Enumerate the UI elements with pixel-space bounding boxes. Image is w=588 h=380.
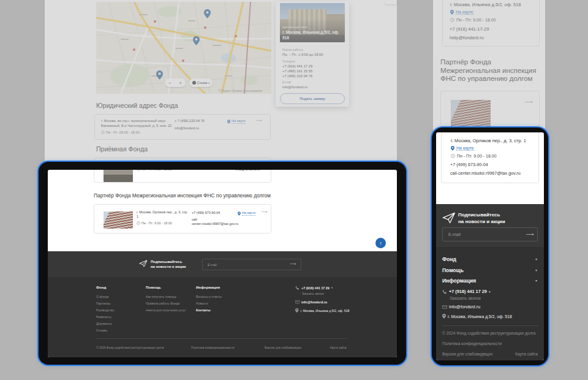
footer-email[interactable]: info@fondsrd.ru [295, 300, 327, 304]
clock-icon [451, 154, 455, 158]
background-mobile-page: г. Москва, Ильинка д.5/2, оф. 518 На кар… [433, 0, 545, 147]
office-photo-address: г. Москва, Ильинка д.5/2, оф. 518 [282, 30, 339, 40]
legal-address-title: Юридический адрес Фонда [96, 102, 178, 109]
reception-title: Приёмная Фонда [96, 145, 148, 153]
footer-link[interactable]: О фонде [96, 294, 114, 300]
office-email[interactable]: info@fondsrd.ru [282, 85, 307, 89]
footer-col-fond: Фонд О фонде Партнеры Руководство Реквиз… [96, 286, 114, 334]
sitemap-link[interactable]: Карта сайта [497, 352, 538, 356]
caret-down-icon: ▾ [331, 286, 333, 289]
footer-copyright: © 2024 Фонд содействия реструктуризации … [442, 331, 535, 335]
footer-link[interactable]: Анкета для получения услуг [146, 307, 186, 314]
office-phone-3[interactable]: +7 (495) 220 04 76 [282, 74, 312, 78]
layers-caret-icon: ▾ [208, 82, 209, 85]
footer-link[interactable]: Партнеры [96, 300, 114, 307]
subscribe-submit-arrow[interactable]: ⟶ [526, 231, 534, 237]
partner-map-link[interactable]: На карте [238, 211, 255, 216]
scroll-to-top-button[interactable]: ↑ [375, 238, 386, 248]
arrow-up-icon: ↑ [379, 240, 382, 246]
office-contact-card: Центральный офис г. Москва, Ильинка д.5/… [276, 1, 349, 107]
phone-icon [442, 289, 447, 294]
mobile-map-link[interactable]: На карте [450, 10, 473, 15]
partner-address: г. Москва, Орликов пер., д. 3, стр. 1 [137, 210, 188, 219]
footer-col-help: Помощь Как получить помощь Правила работ… [146, 286, 186, 314]
phone-footer-email[interactable]: info@fondsrd.ru [442, 304, 480, 310]
callback-link[interactable]: Заказать звонок [450, 296, 481, 300]
menu-item-info[interactable]: Информация [442, 278, 476, 284]
reception-card: Пн - Пт: 9.00 - 18.00 help@fondsrd.ru [94, 170, 271, 183]
subscribe-email-input[interactable]: E-mail ⟶ [442, 227, 538, 241]
footer-link[interactable]: Руководство [96, 307, 114, 314]
callback-link[interactable]: Заказать звонок [302, 292, 324, 295]
footer-col-title: Информация [196, 286, 222, 289]
tablet-partner-card: г. Москва, Орликов пер., д. 3, стр. 1 Пн… [94, 204, 271, 234]
subscribe-submit-arrow[interactable]: ⟶ [290, 262, 296, 267]
clock-icon [101, 131, 105, 134]
pin-icon [227, 120, 230, 124]
reception-building-photo [104, 170, 133, 182]
clock-icon [137, 221, 140, 225]
footer-col-info: Информация Вопросы и ответы Новости Конт… [196, 286, 222, 314]
mobile-address: г. Москва, Ильинка д.5/2, оф. 518 [450, 2, 521, 7]
footer-link[interactable]: Как получить помощь [146, 294, 186, 300]
tablet-screen: Пн - Пт: 9.00 - 18.00 help@fondsrd.ru Па… [48, 170, 397, 357]
accessibility-link[interactable]: Версии для слабовидящих [265, 346, 301, 349]
legal-phone[interactable]: + 7 (495) 220 04 76 [175, 119, 205, 123]
legal-card-arrow-icon[interactable]: ⟶ [255, 118, 262, 123]
map-layers-button[interactable]: Схема ▾ [189, 78, 213, 87]
caret-down-icon: ▾ [535, 278, 537, 283]
map-zoom-control[interactable]: − + [165, 78, 186, 87]
footer-link[interactable]: Правила работы Фонда [146, 300, 186, 307]
menu-item-fond[interactable]: Фонд [442, 256, 456, 262]
legal-map-link[interactable]: На карте [227, 120, 246, 124]
privacy-link[interactable]: Политика конфиденциальности [191, 346, 235, 349]
office-photo: Центральный офис г. Москва, Ильинка д.5/… [280, 3, 345, 42]
partner-card-arrow-icon[interactable]: ⟶ [525, 99, 533, 105]
partner-phone[interactable]: +7 (499) 673-90-04 [192, 211, 220, 215]
partner-hours: Пн - Пт: 9.00 - 18.00 [137, 221, 172, 225]
envelope-icon [295, 300, 300, 304]
partner-building-photo [104, 211, 133, 229]
partner-email[interactable]: call- center.miudol.r9967@tax.gov.ru [192, 218, 238, 226]
phone-card-hours: Пн - Пт: 9.00 - 18.00 [451, 154, 497, 158]
submit-request-button[interactable]: Подать заявку [280, 93, 345, 104]
footer-link[interactable]: Вопросы и ответы [196, 294, 222, 300]
footer-link-active[interactable]: Контакты [196, 307, 222, 314]
accessibility-link[interactable]: Версия для слабовидящих [442, 352, 492, 356]
footer-link[interactable]: Реквизиты [96, 314, 114, 321]
sitemap-link[interactable]: Карта сайта [330, 346, 347, 349]
footer-divider [96, 338, 347, 339]
phone-card-map-link[interactable]: На карте [451, 146, 474, 151]
phone-card-email[interactable]: call-center.miudol.r9967@tax.gov.ru [450, 170, 521, 176]
footer-link[interactable]: Документы [96, 321, 114, 327]
zoom-out-button[interactable]: − [168, 80, 172, 86]
phone-address-card: г. Москва, Орликов пер., д. 3, стр. 1 На… [441, 132, 539, 183]
map-copyright: © Яндекс Условия использования [219, 89, 262, 93]
subscribe-email-input[interactable]: E-mail ⟶ [202, 259, 301, 270]
footer-address: г. Москва, Ильинка д.5/2, оф. 518 [295, 308, 349, 313]
footer-link[interactable]: Новости [196, 300, 222, 307]
mobile-email[interactable]: help@fondsrd.ru [450, 35, 484, 40]
mobile-phone[interactable]: +7 (916) 441-17-29 [450, 26, 489, 32]
footer-phone[interactable]: +7 (916) 441 17 29 ▾ [295, 286, 333, 290]
zoom-in-button[interactable]: + [179, 80, 182, 86]
pin-icon [238, 211, 241, 216]
privacy-link[interactable]: Политика конфиденциальности [442, 341, 502, 346]
office-phone-1[interactable]: +7 (916) 441 17 29 [282, 64, 312, 68]
partner-card-arrow-icon[interactable]: ⟶ [261, 210, 267, 215]
work-hours-label: Режим работы [282, 48, 303, 51]
subscribe-title: Подписывайтесь на новости и акции [151, 259, 186, 269]
reception-email[interactable]: help@fondsrd.ru [235, 170, 260, 171]
yandex-map[interactable]: − + Схема ▾ © Яндекс Условия использован… [96, 2, 271, 94]
legal-email[interactable]: info@fondsrd.ru [175, 126, 199, 130]
menu-item-help[interactable]: Помощь [442, 267, 464, 273]
page-top-tab[interactable] [385, 0, 397, 4]
legal-address-card: г. Москва, вн.тер.г. муниципальный округ… [94, 114, 271, 140]
phone-footer-phone[interactable]: +7 (916) 441 17 29 ▾ [442, 289, 491, 294]
office-phone-2[interactable]: +7 (495) 161 15 55 [282, 69, 312, 73]
phone-card-phone[interactable]: +7 (499) 673-90-04 [450, 162, 488, 167]
footer-link[interactable]: Отзывы [96, 327, 114, 334]
office-email-label: E-mail [282, 80, 291, 84]
pin-icon [442, 314, 446, 319]
caret-down-icon: ▾ [535, 257, 537, 261]
